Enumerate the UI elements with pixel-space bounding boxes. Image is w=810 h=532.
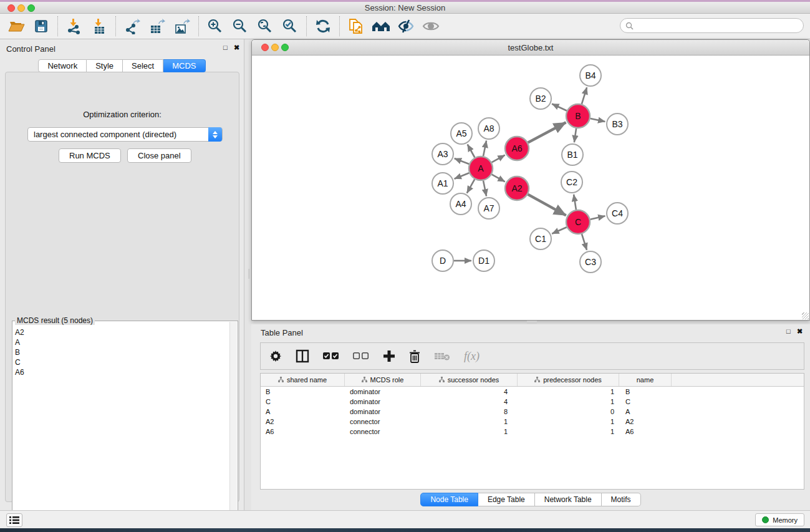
export-network-button[interactable] [120,16,145,37]
add-row-button[interactable] [383,350,395,362]
cell-shared-name[interactable]: B [261,387,345,397]
close-panel-icon[interactable]: ✖ [234,44,239,51]
cell-mcds-role[interactable]: connector [345,427,421,437]
result-item-b[interactable]: B [14,347,229,357]
edge-A-A1[interactable] [455,173,470,178]
cell-predecessor-nodes[interactable]: 1 [518,387,619,397]
cell-name[interactable]: B [619,387,672,397]
result-item-a2[interactable]: A2 [14,327,229,337]
edge-C-C2[interactable] [574,195,576,210]
cell-shared-name[interactable]: A2 [261,417,345,427]
cell-mcds-role[interactable]: dominator [345,397,421,407]
zoom-in-button[interactable] [203,16,228,37]
result-item-c[interactable]: C [14,357,229,367]
tab-network[interactable]: Network [38,59,87,72]
float-panel-icon[interactable]: □ [223,44,228,51]
edge-C-C4[interactable] [591,216,605,219]
node-B3[interactable]: B3 [607,114,628,135]
column-header-shared-name[interactable]: shared name [261,374,345,386]
cell-mcds-role[interactable]: dominator [345,407,421,417]
splitter-handle[interactable] [527,321,537,324]
export-image-button[interactable] [170,16,195,37]
show-columns-button[interactable] [296,349,309,363]
cell-mcds-role[interactable]: connector [345,417,421,427]
open-session-button[interactable] [4,16,29,37]
cell-name[interactable]: A [619,407,672,417]
select-all-button[interactable] [323,352,339,360]
result-item-a6[interactable]: A6 [14,367,229,377]
node-C2[interactable]: C2 [561,172,582,193]
column-header-mcds-role[interactable]: MCDS role [345,374,421,386]
edge-B-B2[interactable] [552,104,567,110]
search-input[interactable] [634,19,803,32]
node-B4[interactable]: B4 [580,65,601,86]
network-graph[interactable]: B4B2BB3A8A5A6A3B1AA1C2A2A4A7C4CC1DD1C3 [252,56,809,320]
show-all-networks-button[interactable] [369,16,393,37]
deselect-all-button[interactable] [353,352,369,360]
node-A6[interactable]: A6 [505,137,529,160]
result-item-a[interactable]: A [14,337,229,347]
cell-name[interactable]: A6 [619,427,672,437]
close-panel-button[interactable]: Close panel [127,148,191,163]
edge-A-A7[interactable] [483,181,486,196]
edge-B-B1[interactable] [574,128,576,142]
table-row-c[interactable]: Cdominator41C [261,397,804,407]
node-B2[interactable]: B2 [530,88,551,109]
edge-A-A3[interactable] [455,158,470,164]
result-scrollbar[interactable] [229,322,237,525]
cell-successor-nodes[interactable]: 1 [421,417,518,427]
node-A[interactable]: A [469,157,493,180]
task-history-button[interactable] [6,513,22,527]
node-A2[interactable]: A2 [505,177,529,200]
table-row-b[interactable]: Bdominator41B [261,387,804,397]
table-options-button[interactable] [269,350,282,362]
node-B1[interactable]: B1 [562,144,583,165]
show-hide-panel-button[interactable] [418,16,443,37]
cell-shared-name[interactable]: A6 [261,427,345,437]
cell-successor-nodes[interactable]: 4 [421,387,518,397]
edge-C-C1[interactable] [552,227,567,234]
node-A8[interactable]: A8 [478,118,499,139]
node-C4[interactable]: C4 [607,203,628,224]
zoom-fit-button[interactable] [253,16,277,37]
edge-A-A5[interactable] [468,144,475,157]
node-table[interactable]: shared nameMCDS rolesuccessor nodesprede… [260,373,804,490]
edge-A-A2[interactable] [492,175,505,182]
save-session-button[interactable] [29,16,54,37]
edge-A-A6[interactable] [492,155,505,163]
import-network-button[interactable] [62,16,87,37]
node-C3[interactable]: C3 [580,251,601,273]
cell-name[interactable]: A2 [619,417,672,427]
tab-network-table[interactable]: Network Table [535,493,602,506]
edge-A-A8[interactable] [483,141,486,157]
cell-predecessor-nodes[interactable]: 1 [518,397,619,407]
cell-shared-name[interactable]: C [261,397,345,407]
column-header-name[interactable]: name [619,374,672,386]
node-A7[interactable]: A7 [478,198,499,219]
import-table-button[interactable] [87,16,112,37]
delete-columns-button[interactable] [434,351,450,361]
cell-predecessor-nodes[interactable]: 1 [518,427,619,437]
toggle-graphics-details-button[interactable] [393,16,418,37]
function-builder-button[interactable]: f(x) [464,350,480,363]
cell-successor-nodes[interactable]: 4 [421,397,518,407]
search-field[interactable] [620,18,804,33]
node-A5[interactable]: A5 [451,123,472,144]
cell-predecessor-nodes[interactable]: 1 [518,417,619,427]
edge-A2-C[interactable] [528,195,566,216]
cell-name[interactable]: C [619,397,672,407]
tab-select[interactable]: Select [123,59,163,72]
splitter-handle[interactable] [248,269,251,279]
node-A1[interactable]: A1 [432,173,453,194]
run-mcds-button[interactable]: Run MCDS [59,148,121,163]
delete-rows-button[interactable] [409,350,420,363]
node-A4[interactable]: A4 [450,193,471,215]
memory-button[interactable]: Memory [755,513,804,526]
new-network-button[interactable] [344,16,369,37]
edge-A6-B[interactable] [528,122,566,142]
optimization-criterion-dropdown[interactable]: largest connected component (directed) [27,127,223,142]
network-window-titlebar[interactable]: testGlobe.txt [252,40,809,56]
table-row-a[interactable]: Adominator80A [261,407,804,417]
cell-successor-nodes[interactable]: 1 [421,427,518,437]
zoom-selected-button[interactable] [277,16,302,37]
